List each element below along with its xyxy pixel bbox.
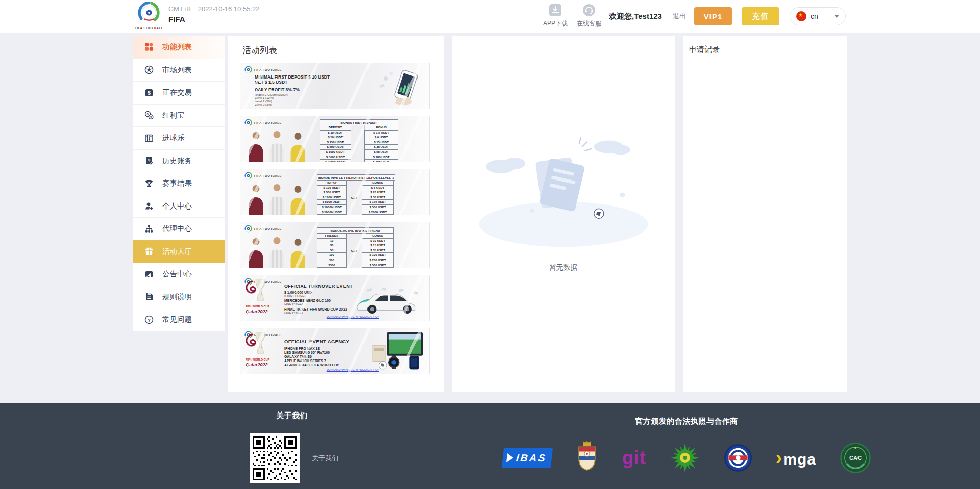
sidebar-item-match-results[interactable]: 赛事结果 <box>133 172 225 195</box>
logo-caption: FIFA FOOTBALL <box>134 26 164 30</box>
promo-table: BONUS INVITES FRIEND FIRST DEPOSIT,LEVEL… <box>317 174 395 215</box>
sidebar-item-faq[interactable]: ? 常见问题 <box>133 308 225 331</box>
license-title: 官方颁发的合法执照与合作商 <box>592 417 781 426</box>
sidebar-menu: 功能列表 市场列表 $ 正在交易 $ $ 红利宝 进球乐 <box>133 36 225 331</box>
coins-icon: $ $ <box>144 110 154 120</box>
sidebar-item-label: 正在交易 <box>162 88 192 97</box>
fifa-mini-icon <box>244 119 252 126</box>
online-service-label: 在线客服 <box>573 19 605 28</box>
table-gap <box>351 125 364 162</box>
sidebar-item-label: 个人中心 <box>162 201 192 211</box>
application-records-panel: 申请记录 <box>683 36 847 392</box>
no-data-text: 暂无数据 <box>549 263 578 272</box>
abacus-icon <box>144 133 154 143</box>
players-graphic <box>243 130 312 162</box>
sidebar-item-rules[interactable]: 规则说明 <box>133 286 225 308</box>
promo-banner-bonus-first-deposit[interactable]: FIFA FOOTBALL BONUS FIRST DEPOSIT DEPOSI… <box>240 116 430 162</box>
language-selector[interactable]: cn <box>790 7 846 25</box>
sidebar-item-announcement-center[interactable]: 公告中心 <box>133 263 225 286</box>
megaphone-icon <box>144 269 154 279</box>
promo-table: BONUS ACTIVE INVITES FRIEND FRIENDS 10 3… <box>317 227 394 268</box>
sidebar-item-label: 市场列表 <box>162 65 192 75</box>
promo-banner-turnover-event[interactable]: FIFA FOOTBALL FIFA WORLD CUP Qatar2022 O… <box>240 275 430 321</box>
svg-text:?: ? <box>148 317 151 322</box>
sidebar-item-goal-fun[interactable]: 进球乐 <box>133 126 225 149</box>
sidebar-item-label: 功能列表 <box>162 42 192 52</box>
banner-brand: FIFA FOOTBALL <box>244 66 282 73</box>
top-header: FIFA FOOTBALL GMT+8 2022-10-16 10:55:22 … <box>0 0 980 33</box>
fifa-logo[interactable]: FIFA FOOTBALL <box>134 2 164 30</box>
players-graphic <box>243 236 312 268</box>
license-logo-coat-of-arms[interactable] <box>575 441 599 475</box>
license-logo-cac[interactable]: CAC <box>840 442 871 474</box>
svg-text:$: $ <box>148 90 151 96</box>
question-icon: ? <box>144 315 154 325</box>
promo-table: BONUS FIRST DEPOSIT DEPOSIT $ 10 USDT $ … <box>320 119 398 162</box>
banner-text: MINIMAL FIRST DEPOSIT $ 10 USDT GET $ 1.… <box>255 75 330 107</box>
soccer-ball-icon <box>144 65 154 75</box>
table-cell: 2500 <box>317 263 347 268</box>
promo-banner-active-invites[interactable]: FIFA FOOTBALL BONUS ACTIVE INVITES FRIEN… <box>240 222 430 268</box>
world-cup-trophy-icon <box>254 278 267 304</box>
license-logo-git[interactable]: git <box>622 449 646 467</box>
sidebar-item-activity-hall[interactable]: 活动大厅 <box>133 240 225 263</box>
banner-link[interactable]: JOIN AND WIN EVERY WEEK APPLY <box>312 315 394 318</box>
sidebar-item-trading[interactable]: $ 正在交易 <box>133 81 225 104</box>
trophy-icon <box>144 178 154 189</box>
fifa-mini-icon <box>244 66 252 73</box>
sidebar-item-function-list[interactable]: 功能列表 <box>133 36 225 59</box>
sidebar-item-label: 进球乐 <box>162 133 185 143</box>
grid-icon <box>144 42 154 52</box>
sidebar-item-label: 活动大厅 <box>162 247 192 256</box>
time-brand-block: GMT+8 2022-10-16 10:55:22 FIFA <box>168 5 259 23</box>
vip-button[interactable]: VIP1 <box>694 7 732 25</box>
ledger-icon: $ <box>144 156 154 166</box>
application-records-title: 申请记录 <box>683 36 847 55</box>
sidebar-item-personal-center[interactable]: 个人中心 <box>133 195 225 218</box>
license-logo-ibas[interactable]: IBAS <box>502 448 553 468</box>
banner-text: OFFICIAL TURNOVER EVENT $ 1,000,000 USD … <box>284 284 353 314</box>
activity-panel: 活动列表 FIFA FOOTBALL MINIMAL FIRST DEPOSIT… <box>228 36 444 392</box>
about-us-label: 关于我们 <box>312 454 338 463</box>
fifa-emblem-icon <box>138 2 160 24</box>
about-us-title: 关于我们 <box>228 411 356 421</box>
sidebar-item-label: 代理中心 <box>162 224 192 234</box>
app-download-button[interactable]: APP下载 <box>539 4 572 28</box>
svg-text:$: $ <box>150 116 152 119</box>
banner-brand: FIFA FOOTBALL <box>244 172 282 179</box>
datetime-label: 2022-10-16 10:55:22 <box>198 5 260 13</box>
sidebar-item-history[interactable]: $ 历史账务 <box>133 149 225 172</box>
empty-state-illustration <box>472 121 655 249</box>
logout-button[interactable]: 退出 <box>673 0 686 33</box>
online-service-button[interactable]: 在线客服 <box>573 4 605 28</box>
promo-banner-first-deposit[interactable]: FIFA FOOTBALL MINIMAL FIRST DEPOSIT $ 10… <box>240 63 430 109</box>
footer: 关于我们 关于我们 官方颁发的合法执照与合作商 IBAS git <box>0 403 980 489</box>
user-icon <box>144 201 154 211</box>
sidebar-item-label: 常见问题 <box>162 315 192 324</box>
banner-link[interactable]: JOIN AND WIN EVERY WEEK APPLY <box>312 368 394 371</box>
license-logo-starburst[interactable] <box>670 443 700 473</box>
empty-state: 暂无数据 <box>452 121 675 272</box>
dollar-square-icon: $ <box>144 88 154 98</box>
qr-code <box>250 433 300 483</box>
license-logo-row: IBAS git <box>503 436 871 479</box>
gift-icon <box>144 246 154 256</box>
promo-banner-invite-first-deposit[interactable]: FIFA FOOTBALL BONUS INVITES FRIEND FIRST… <box>240 169 430 215</box>
ibas-triangle-icon <box>506 453 514 462</box>
table-get-label: GET <box>347 233 362 268</box>
sidebar-item-bonus-treasure[interactable]: $ $ 红利宝 <box>133 104 225 127</box>
sidebar-item-label: 历史账务 <box>162 156 192 166</box>
banner-brand: FIFA FOOTBALL <box>244 225 282 233</box>
license-logo-mga[interactable]: › mga <box>776 448 816 468</box>
qr-code-icon <box>253 436 297 480</box>
license-logo-blue-crest[interactable] <box>724 444 752 472</box>
org-chart-icon <box>144 224 154 234</box>
language-code: cn <box>811 12 818 20</box>
promo-banner-event-agency[interactable]: FIFA FOOTBALL FIFA WORLD CUP Qatar2022 O… <box>240 328 430 374</box>
phone-graphic <box>376 69 424 106</box>
table-cell: $ 2000 USDT <box>362 210 394 215</box>
recharge-button[interactable]: 充值 <box>742 7 779 25</box>
brand-name: FIFA <box>168 15 259 23</box>
sidebar-item-agent-center[interactable]: 代理中心 <box>133 217 225 240</box>
sidebar-item-market-list[interactable]: 市场列表 <box>133 59 225 82</box>
